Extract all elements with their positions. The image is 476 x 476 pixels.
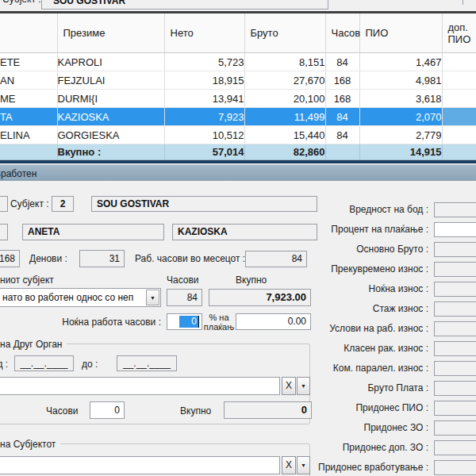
cell-net[interactable]: 13,941 xyxy=(164,90,244,108)
cell-surname[interactable]: KAZIOSKA xyxy=(57,108,164,126)
contribution-zo-field xyxy=(434,420,476,436)
cell-firstname[interactable]: AN xyxy=(0,71,57,90)
pct-pay-input[interactable]: 0.00 xyxy=(236,313,311,330)
subject-label: Субјект : xyxy=(10,198,49,209)
cell-gross[interactable]: 11,499 xyxy=(244,108,325,126)
total-column-header: Вкупно xyxy=(236,274,267,286)
first-name-field: ANETA xyxy=(22,224,164,240)
text-cursor xyxy=(198,316,199,328)
point-value-field xyxy=(434,202,476,217)
cell-pio[interactable]: 2,070 xyxy=(359,108,442,126)
date-from-input[interactable]: __.__.____ xyxy=(14,355,74,371)
other-total-label: Вкупно xyxy=(180,405,211,416)
label-seniority-amount: Стаж износ : xyxy=(301,301,428,317)
cell-surname[interactable]: DURMI{I xyxy=(57,90,164,108)
cell-pio[interactable]: 2,779 xyxy=(359,126,442,144)
pct-pay-label-line1: % на xyxy=(203,313,235,322)
label-contribution-pio: Придонес ПИО : xyxy=(301,401,428,416)
other-total-field: 0 xyxy=(224,401,312,419)
within-subject-group-title: на Субјектот xyxy=(0,439,60,450)
cell-gross[interactable]: 15,440 xyxy=(244,126,325,144)
class-mgmt-amount-field xyxy=(434,341,476,356)
label-class-mgmt-amount: Класен рак. износ : xyxy=(301,341,428,356)
cell-pio[interactable]: 3,618 xyxy=(359,90,442,108)
cell-pio[interactable]: 1,467 xyxy=(359,53,442,71)
clear-x-icon[interactable]: X xyxy=(282,377,296,395)
within-subject-combo-input[interactable] xyxy=(0,456,280,474)
employee-section-title: Вработен xyxy=(0,168,36,179)
pay-percent-input[interactable] xyxy=(434,222,476,237)
label-night-amount: Ноќна износ : xyxy=(301,282,428,297)
base-gross-field xyxy=(434,242,476,257)
other-hours-label: Часови xyxy=(46,405,79,416)
overtime-amount-field xyxy=(434,262,476,277)
cell-firstname[interactable]: ELINA xyxy=(0,126,57,144)
cell-dop-pio[interactable] xyxy=(442,71,476,90)
table-row[interactable]: ME DURMI{I 13,941 20,100 168 3,618 xyxy=(0,90,476,108)
label-work-conditions-amount: Услови на раб. износ : xyxy=(301,321,428,336)
night-hours-selection: 0 xyxy=(179,316,198,328)
cell-net[interactable]: 18,915 xyxy=(164,71,244,90)
chevron-down-icon[interactable]: ▼ xyxy=(146,290,159,305)
cell-hours[interactable]: 168 xyxy=(325,90,359,108)
table-row[interactable]: AN FEJZULAI 18,915 27,670 168 4,981 xyxy=(0,71,476,90)
table-row-selected[interactable]: TA KAZIOSKA 7,923 11,499 84 2,070 xyxy=(0,108,476,126)
days-label: Денови : xyxy=(29,253,67,264)
base-total-field: 7,923.00 xyxy=(209,289,311,306)
cell-gross[interactable]: 8,151 xyxy=(244,53,325,71)
employee-id-fragment xyxy=(0,224,8,240)
subject-name-field: SOU GOSTIVAR xyxy=(91,196,317,212)
cell-pio[interactable]: 4,981 xyxy=(359,71,442,90)
cell-dop-pio[interactable] xyxy=(442,90,476,108)
header-pio: ПИО xyxy=(359,13,442,53)
cell-hours[interactable]: 84 xyxy=(325,108,359,126)
employee-form: Субјект : 2 SOU GOSTIVAR ANETA KAZIOSKA … xyxy=(0,181,476,476)
table-row[interactable]: ELINA GORGIESKA 10,512 15,440 84 2,779 xyxy=(0,126,476,144)
work-conditions-amount-field xyxy=(434,321,476,336)
employee-section-bar[interactable]: Вработен xyxy=(0,164,476,181)
clear-x-icon[interactable]: X xyxy=(282,456,296,474)
date-to-input[interactable]: __.__.____ xyxy=(117,355,177,371)
label-base-gross: Основно Бруто : xyxy=(301,242,428,257)
cell-net[interactable]: 7,923 xyxy=(164,108,244,126)
cell-gross[interactable]: 20,100 xyxy=(244,90,325,108)
cell-dop-pio[interactable] xyxy=(442,126,476,144)
other-organ-combo-input[interactable] xyxy=(0,377,280,395)
cell-surname[interactable]: FEJZULAI xyxy=(57,71,164,90)
cell-net[interactable]: 10,512 xyxy=(164,126,244,144)
cell-dop-pio[interactable] xyxy=(442,53,476,71)
label-parallel-amount: Ком. паралел. износ : xyxy=(301,361,428,376)
employment-relation-value: нато во работен однос со неп xyxy=(2,292,133,303)
parallel-amount-field xyxy=(434,361,476,376)
cell-surname[interactable]: GORGIESKA xyxy=(57,126,164,144)
cell-firstname[interactable]: ME xyxy=(0,90,57,108)
cell-dop-pio[interactable] xyxy=(442,108,476,126)
label-pay-percent: Процент на плаќање : xyxy=(301,222,428,237)
header-firstname xyxy=(0,13,57,53)
cell-net[interactable]: 5,723 xyxy=(164,53,244,71)
label-overtime-amount: Прекувремено износ : xyxy=(301,262,428,277)
table-row[interactable]: ETE KAPROLI 5,723 8,151 84 1,467 xyxy=(0,53,476,71)
pct-pay-label: % на плаќањ xyxy=(203,313,235,332)
cell-hours[interactable]: 84 xyxy=(325,53,359,71)
totals-gross: 82,860 xyxy=(244,144,325,160)
cell-surname[interactable]: KAPROLI xyxy=(57,53,164,71)
table-header-row: Презиме Нето Бруто Часов ПИО доп. ПИО xyxy=(0,13,476,53)
totals-row: Вкупно : 57,014 82,860 14,915 xyxy=(0,144,476,160)
date-from-label: од : xyxy=(0,359,8,370)
contribution-pio-field xyxy=(434,401,476,416)
month-hours-label: Раб. часови во месецот : xyxy=(135,253,245,264)
cell-gross[interactable]: 27,670 xyxy=(244,71,325,90)
top-subject-field: SOU GOSTIVAR xyxy=(41,0,328,10)
other-hours-input[interactable]: 0 xyxy=(90,401,125,419)
cell-hours[interactable]: 84 xyxy=(325,126,359,144)
night-hours-input[interactable]: 0 xyxy=(167,313,202,330)
night-work-label: Ноќна работа часови : xyxy=(48,317,161,328)
cell-firstname[interactable]: ETE xyxy=(0,53,57,71)
cell-firstname[interactable]: TA xyxy=(0,108,57,126)
employees-table: Презиме Нето Бруто Часов ПИО доп. ПИО ET… xyxy=(0,11,476,160)
other-organ-group-title: на Друг Орган xyxy=(0,339,67,350)
employment-relation-select[interactable]: нато во работен однос со неп ▼ xyxy=(0,288,161,307)
cell-hours[interactable]: 168 xyxy=(325,71,359,90)
top-subject-label: Субјект : xyxy=(2,0,41,5)
